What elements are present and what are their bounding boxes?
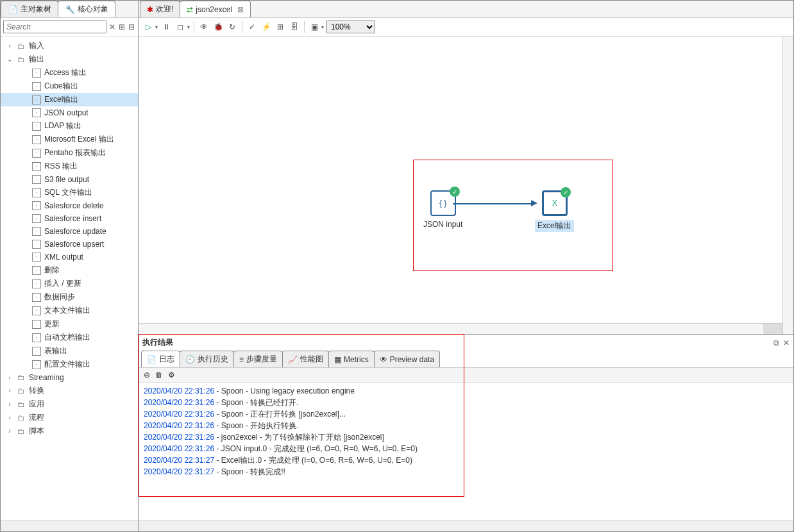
sidebar-tab-label: 核心对象	[78, 4, 108, 15]
verify-icon[interactable]: ✓	[246, 21, 258, 33]
tree-item[interactable]: ·S3 file output	[1, 173, 138, 186]
tree-item[interactable]: ·JSON output	[1, 106, 138, 119]
caret-right-icon: ›	[6, 42, 13, 49]
tree-item[interactable]: ·LDAP 输出	[1, 119, 138, 133]
sidebar-tab-main-tree[interactable]: 📄 主对象树	[1, 1, 58, 17]
sidebar-tab-core-objects[interactable]: 🔧 核心对象	[58, 1, 115, 17]
object-tree[interactable]: › 🗀 输入 ⌄ 🗀 输出 ·Access 输出·Cube输出·Excel输出·…	[1, 37, 138, 520]
run-dropdown-icon[interactable]: ▾	[155, 24, 158, 30]
tree-group[interactable]: ›🗀Streaming	[1, 371, 138, 384]
tree-item[interactable]: ·删除	[1, 263, 138, 277]
tree-item[interactable]: ·SQL 文件输出	[1, 186, 138, 199]
tree-label: SQL 文件输出	[44, 187, 92, 198]
tree-label: 流程	[29, 412, 44, 423]
log-timestamp: 2020/04/20 22:31:26	[144, 410, 214, 419]
node-excel-output[interactable]: X ✓ Excel输出	[535, 190, 574, 232]
folder-icon: 🗀	[16, 41, 26, 51]
tree-item[interactable]: ·插入 / 更新	[1, 277, 138, 290]
stop-dropdown-icon[interactable]: ▾	[187, 24, 190, 30]
clear-search-icon[interactable]: ✕	[108, 21, 116, 33]
replay-icon[interactable]: ↻	[226, 21, 238, 33]
pause-icon[interactable]: ⏸	[160, 21, 172, 33]
node-json-input[interactable]: { } ✓ JSON input	[423, 190, 462, 229]
tree-item[interactable]: ·Access 输出	[1, 66, 138, 79]
tab-welcome[interactable]: ✱ 欢迎!	[140, 1, 180, 17]
tree-item[interactable]: ·Salesforce update	[1, 225, 138, 238]
debug-icon[interactable]: 🐞	[212, 21, 224, 33]
results-tab-log[interactable]: 📄日志	[141, 351, 180, 367]
clear-log-icon[interactable]: ⊖	[144, 370, 150, 379]
tree-label: Salesforce insert	[44, 214, 101, 223]
tree-label: 更新	[44, 319, 60, 329]
step-icon: ·	[31, 333, 42, 343]
explore-db-icon[interactable]: 🗄	[289, 21, 300, 33]
tree-label: Microsoft Excel 输出	[44, 134, 114, 145]
sql-icon[interactable]: ⊞	[275, 21, 286, 33]
tree-item[interactable]: ·XML output	[1, 251, 138, 263]
tree-group[interactable]: ›🗀脚本	[1, 424, 138, 438]
separator	[304, 21, 305, 33]
zoom-select[interactable]: 100%	[326, 21, 375, 33]
vertical-scrollbar[interactable]	[782, 37, 793, 334]
tree-group-output[interactable]: ⌄ 🗀 输出	[1, 53, 138, 66]
folder-icon: 🗀	[16, 413, 26, 423]
log-message: - Spoon - 转换完成!!	[214, 467, 285, 476]
tab-json2excel[interactable]: ⇄ json2excel ⊠	[180, 1, 251, 17]
results-tab-perf[interactable]: 📈性能图	[282, 351, 329, 367]
transform-icon: ⇄	[187, 5, 193, 14]
search-input[interactable]	[3, 21, 106, 33]
impact-icon[interactable]: ⚡	[260, 21, 272, 33]
node-box: { } ✓	[430, 190, 456, 216]
results-dropdown-icon[interactable]: ▾	[321, 24, 324, 30]
step-icon: ·	[31, 279, 42, 289]
results-scrollbar[interactable]	[139, 520, 793, 531]
step-icon: ·	[31, 121, 42, 131]
tree-item[interactable]: ·数据同步	[1, 290, 138, 304]
log-output[interactable]: 2020/04/20 22:31:26 - Spoon - Using lega…	[139, 383, 793, 520]
tree-item[interactable]: ·更新	[1, 317, 138, 331]
transformation-canvas[interactable]: { } ✓ JSON input X ✓ Excel输出	[139, 37, 782, 323]
delete-icon[interactable]: 🗑	[155, 370, 163, 379]
tree-label: JSON output	[44, 108, 89, 117]
tree-item[interactable]: ·配置文件输出	[1, 358, 138, 371]
run-icon[interactable]: ▷	[142, 21, 154, 33]
step-icon: ·	[31, 226, 42, 237]
horizontal-scrollbar[interactable]	[139, 323, 782, 334]
tree-group-input[interactable]: › 🗀 输入	[1, 39, 138, 53]
close-icon[interactable]: ✕	[783, 338, 790, 347]
close-icon[interactable]: ⊠	[237, 5, 244, 14]
tree-item[interactable]: ·表输出	[1, 344, 138, 358]
step-icon: ·	[31, 174, 42, 185]
tree-item[interactable]: ·Excel输出	[1, 93, 138, 106]
tree-item[interactable]: ·Salesforce upsert	[1, 238, 138, 251]
tree-group[interactable]: ›🗀应用	[1, 397, 138, 411]
show-results-icon[interactable]: ▣	[308, 21, 320, 33]
tree-label: 插入 / 更新	[44, 278, 81, 289]
step-icon: ·	[31, 265, 42, 276]
tree-item[interactable]: ·Microsoft Excel 输出	[1, 133, 138, 146]
stop-icon[interactable]: ◻	[174, 21, 186, 33]
tree-item[interactable]: ·Salesforce insert	[1, 212, 138, 225]
tree-item[interactable]: ·文本文件输出	[1, 304, 138, 317]
tree-group[interactable]: ›🗀转换	[1, 384, 138, 397]
collapse-tree-icon[interactable]: ⊟	[127, 21, 135, 33]
results-tab-step-metrics[interactable]: ≡步骤度量	[233, 351, 283, 367]
step-icon: ·	[31, 319, 42, 329]
tree-item[interactable]: ·RSS 输出	[1, 160, 138, 173]
tree-item[interactable]: ·Salesforce delete	[1, 199, 138, 212]
log-line: 2020/04/20 22:31:27 - Spoon - 转换完成!!	[144, 466, 788, 478]
expand-tree-icon[interactable]: ⊞	[117, 21, 126, 33]
preview-icon[interactable]: 👁	[198, 21, 210, 33]
results-tab-history[interactable]: 🕘执行历史	[180, 351, 234, 367]
results-header: 执行结果 ⧉ ✕	[139, 335, 793, 351]
results-tab-preview[interactable]: 👁Preview data	[374, 351, 440, 367]
tree-item[interactable]: ·自动文档输出	[1, 331, 138, 344]
results-tab-metrics[interactable]: ▦Metrics	[328, 351, 375, 367]
settings-icon[interactable]: ⚙	[168, 370, 175, 379]
tree-item[interactable]: ·Cube输出	[1, 79, 138, 93]
sidebar-scrollbar[interactable]	[1, 520, 138, 531]
tree-group[interactable]: ›🗀流程	[1, 411, 138, 424]
hop-arrow[interactable]	[453, 203, 531, 204]
popout-icon[interactable]: ⧉	[773, 338, 779, 347]
tree-item[interactable]: ·Pentaho 报表输出	[1, 146, 138, 160]
